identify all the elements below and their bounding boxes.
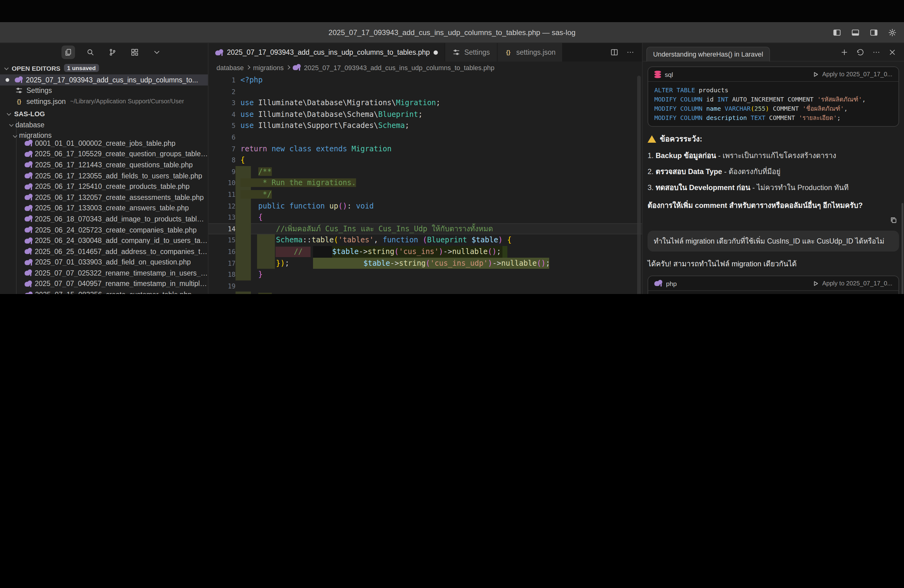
line-number: 16 — [209, 246, 235, 258]
tree-file-2025_06_18_070343_add_image_to_products_table.p...[interactable]: 2025_06_18_070343_add_image_to_products_… — [0, 213, 208, 224]
settings-gear-icon[interactable] — [888, 28, 897, 36]
code-line-8: 8{ — [209, 154, 642, 166]
chat-panel: Understanding whereHas() in Laravel sql … — [642, 43, 904, 294]
tree-file-2025_06_17_133003_create_answers_table.php[interactable]: 2025_06_17_133003_create_answers_table.p… — [0, 203, 208, 213]
code-editor[interactable]: 1<?php23use Illuminate\Database\Migratio… — [209, 73, 642, 294]
toggle-left-panel-icon[interactable] — [833, 28, 841, 36]
close-icon[interactable] — [888, 47, 897, 56]
window-title: 2025_07_17_093943_add_cus_ins_udp_column… — [0, 28, 904, 36]
tree-file-2025_06_17_123055_add_fields_to_users_table.php[interactable]: 2025_06_17_123055_add_fields_to_users_ta… — [0, 171, 208, 181]
open-editor-item[interactable]: 2025_07_17_093943_add_cus_ins_udp_column… — [0, 74, 208, 85]
line-number: 12 — [209, 200, 235, 212]
tree-file-2025_07_07_025322_rename_timestamp_in_users_tab...[interactable]: 2025_07_07_025322_rename_timestamp_in_us… — [0, 267, 208, 278]
php-elephant-icon — [25, 172, 33, 179]
new-chat-plus-icon[interactable] — [840, 47, 849, 56]
chat-scrollbar[interactable] — [902, 203, 903, 294]
tree-item-label: 2025_06_17_125410_create_products_table.… — [35, 183, 190, 190]
split-editor-icon[interactable] — [610, 48, 619, 57]
warning-item: 3. ทดสอบใน Development ก่อน - ไม่ควรทำใน… — [648, 182, 899, 193]
php-elephant-icon — [25, 248, 32, 254]
open-editor-item[interactable]: {}settings.json~/Library/Application Sup… — [0, 96, 208, 107]
activity-chevron-down[interactable] — [150, 46, 164, 59]
breadcrumb[interactable]: databasemigrations2025_07_17_093943_add_… — [209, 62, 642, 73]
editor-scrollbar[interactable] — [637, 76, 641, 294]
line-number: 3 — [209, 97, 235, 109]
warning-item: 1. Backup ข้อมูลก่อน - เพราะเป็นการแก้ไข… — [648, 149, 899, 161]
tree-file-0001_01_01_000002_create_jobs_table.php[interactable]: 0001_01_01_000002_create_jobs_table.php — [0, 138, 208, 149]
chat-tab[interactable]: Understanding whereHas() in Laravel — [646, 46, 770, 61]
apply-button[interactable]: Apply to 2025_07_17_0... — [811, 70, 892, 78]
file-tree: databasemigrations0001_01_01_000002_crea… — [0, 119, 208, 294]
activity-search[interactable] — [84, 46, 97, 59]
code-text: use Illuminate\Support\Facades\Schema; — [240, 120, 409, 132]
editor-tab-settings.json[interactable]: {}settings.json — [497, 43, 563, 62]
tree-file-2025_06_17_132057_create_assessments_table.php[interactable]: 2025_06_17_132057_create_assessments_tab… — [0, 192, 208, 203]
toggle-right-panel-icon[interactable] — [869, 28, 878, 36]
database-icon — [654, 70, 661, 78]
chat-content: sql Apply to 2025_07_17_0... ALTER TABLE… — [643, 62, 904, 294]
project-header[interactable]: SAS-LOG — [0, 107, 208, 119]
breadcrumb-file[interactable]: 2025_07_17_093943_add_cus_ins_udp_column… — [304, 64, 495, 71]
open-editor-label: 2025_07_17_093943_add_cus_ins_udp_column… — [26, 76, 198, 84]
tree-folder-database[interactable]: database — [0, 119, 208, 130]
tree-file-2025_06_24_030048_add_company_id_to_users_tabl...[interactable]: 2025_06_24_030048_add_company_id_to_user… — [0, 235, 208, 246]
search-icon — [86, 48, 95, 57]
code-line-5: 5use Illuminate\Support\Facades\Schema; — [209, 120, 642, 132]
breadcrumb-item[interactable]: database — [217, 64, 244, 71]
modified-dot — [433, 50, 438, 54]
php-elephant-icon — [25, 270, 32, 277]
tree-item-label: 2025_07_07_025322_rename_timestamp_in_us… — [35, 269, 208, 277]
activity-extensions[interactable] — [128, 46, 141, 59]
tree-file-2025_06_25_014657_add_address_to_companies_tabl...[interactable]: 2025_06_25_014657_add_address_to_compani… — [0, 246, 208, 257]
play-icon — [811, 70, 820, 78]
code-lang-label: php — [666, 280, 677, 287]
copy-icon[interactable] — [889, 216, 898, 224]
code-line-3: 3use Illuminate\Database\Migrations\Migr… — [209, 97, 642, 109]
activity-source-control[interactable] — [106, 46, 119, 59]
tree-file-2025_07_01_033903_add_field_on_question.php[interactable]: 2025_07_01_033903_add_field_on_question.… — [0, 257, 208, 267]
tree-file-2025_06_17_125410_create_products_table.php[interactable]: 2025_06_17_125410_create_products_table.… — [0, 181, 208, 192]
editor-tab-Settings[interactable]: Settings — [445, 43, 497, 62]
code-line-9: 9 /** — [209, 166, 642, 177]
line-number: 20 — [209, 292, 235, 294]
history-icon[interactable] — [856, 47, 864, 56]
open-editor-item[interactable]: Settings — [0, 85, 208, 96]
chevron-right-icon — [286, 65, 290, 70]
titlebar: 2025_07_17_093943_add_cus_ins_udp_column… — [0, 22, 904, 43]
code-line-11: 11 */ — [209, 189, 642, 200]
php-elephant-icon — [25, 291, 33, 294]
code-text: { — [240, 154, 245, 166]
open-editors-header[interactable]: OPEN EDITORS 1 unsaved — [0, 62, 208, 74]
line-number: 1 — [209, 74, 235, 86]
tree-file-2025_06_17_121443_create_questions_table.php[interactable]: 2025_06_17_121443_create_questions_table… — [0, 159, 208, 170]
sql-code: ALTER TABLE productsMODIFY COLUMN id INT… — [648, 82, 898, 126]
tree-item-label: 2025_07_01_033903_add_field_on_question.… — [35, 259, 191, 266]
code-text: use Illuminate\Database\Schema\Blueprint… — [240, 109, 423, 120]
code-line-4: 4use Illuminate\Database\Schema\Blueprin… — [209, 109, 642, 120]
warning-item: 2. ตรวจสอบ Data Type - ต้องตรงกับที่มีอย… — [648, 166, 899, 177]
chevron-down-icon — [9, 122, 14, 127]
tree-file-2025_07_07_040957_rename_timestamp_in_multiple_t...[interactable]: 2025_07_07_040957_rename_timestamp_in_mu… — [0, 278, 208, 289]
suggestion-row: $table->string('cus_ins')->nullable(); — [313, 246, 507, 258]
code-line-13: 13 { — [209, 212, 642, 223]
line-number: 7 — [209, 143, 235, 154]
code-line-6: 6 — [209, 132, 642, 143]
activity-files[interactable] — [62, 46, 75, 59]
php-elephant-icon — [25, 237, 32, 244]
toggle-bottom-panel-icon[interactable] — [851, 28, 860, 36]
editor-tab-2025_07_17_093943_add_cus_ins_udp_columns_to_tables.php[interactable]: 2025_07_17_093943_add_cus_ins_udp_column… — [209, 43, 445, 62]
apply-button[interactable]: Apply to 2025_07_17_0... — [811, 279, 892, 288]
chevron-down-icon — [13, 133, 17, 138]
more-icon[interactable] — [626, 48, 635, 57]
tree-item-label: 2025_06_24_030048_add_company_id_to_user… — [35, 237, 208, 244]
tree-file-2025_06_24_025723_create_companies_table.php[interactable]: 2025_06_24_025723_create_companies_table… — [0, 224, 208, 235]
php-elephant-icon — [25, 183, 33, 190]
inline-edit-suggestion[interactable]: $table->string('cus_ins')->nullable();$t… — [313, 246, 549, 269]
tree-file-2025_07_15_083356_create_customer_table.php[interactable]: 2025_07_15_083356_create_customer_table.… — [0, 289, 208, 294]
breadcrumb-item[interactable]: migrations — [253, 64, 284, 71]
settings-icon — [452, 48, 461, 57]
sql-code-block: sql Apply to 2025_07_17_0... ALTER TABLE… — [648, 66, 899, 127]
more-icon[interactable] — [872, 47, 880, 56]
chevron-right-icon — [246, 65, 251, 70]
tree-file-2025_06_17_105529_create_question_groups_table.php[interactable]: 2025_06_17_105529_create_question_groups… — [0, 149, 208, 159]
